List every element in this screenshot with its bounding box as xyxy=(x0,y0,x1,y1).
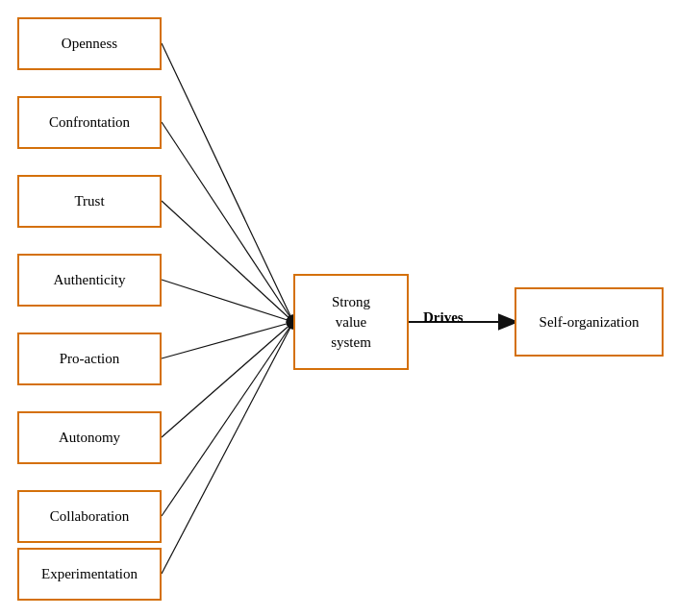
label-collaboration: Collaboration xyxy=(50,508,130,525)
label-confrontation: Confrontation xyxy=(49,114,130,131)
svg-line-7 xyxy=(162,322,293,574)
box-experimentation: Experimentation xyxy=(17,548,162,601)
label-pro-action: Pro-action xyxy=(60,351,119,367)
box-authenticity: Authenticity xyxy=(17,254,162,307)
box-trust: Trust xyxy=(17,175,162,228)
box-strong-value: Strong value system xyxy=(293,274,409,370)
svg-line-1 xyxy=(162,122,293,322)
box-self-org: Self-organization xyxy=(515,287,664,357)
box-collaboration: Collaboration xyxy=(17,490,162,543)
svg-line-3 xyxy=(162,280,293,322)
diagram: Openness Confrontation Trust Authenticit… xyxy=(0,0,678,616)
svg-line-2 xyxy=(162,201,293,322)
label-trust: Trust xyxy=(74,193,104,209)
box-confrontation: Confrontation xyxy=(17,96,162,149)
svg-line-5 xyxy=(162,322,293,437)
box-autonomy: Autonomy xyxy=(17,411,162,464)
drives-label: Drives xyxy=(423,309,464,326)
box-openness: Openness xyxy=(17,17,162,70)
box-pro-action: Pro-action xyxy=(17,333,162,385)
label-openness: Openness xyxy=(62,36,117,52)
svg-line-4 xyxy=(162,322,293,358)
svg-line-6 xyxy=(162,322,293,516)
label-experimentation: Experimentation xyxy=(41,566,138,582)
label-strong-value: Strong value system xyxy=(331,292,371,353)
svg-line-0 xyxy=(162,43,293,322)
label-authenticity: Authenticity xyxy=(54,272,126,288)
label-self-org: Self-organization xyxy=(540,314,640,331)
label-autonomy: Autonomy xyxy=(59,430,120,446)
